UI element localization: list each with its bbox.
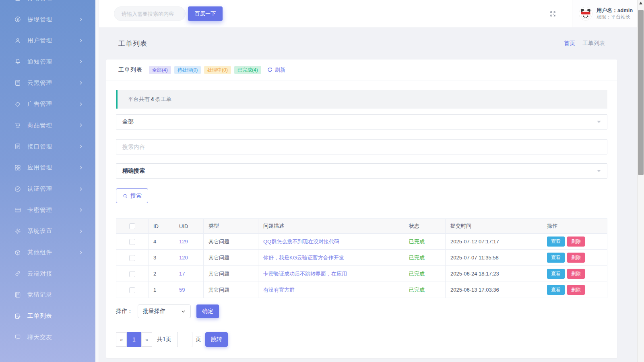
pagination-prev[interactable]: « xyxy=(116,332,127,347)
filter-tab-3[interactable]: 已完成(4) xyxy=(234,66,261,74)
description-link[interactable]: QQ群怎么搜不到现在没对接代码 xyxy=(263,239,339,245)
row-checkbox[interactable] xyxy=(129,255,135,261)
sidebar-item-guess-records[interactable]: 竞猜记录 xyxy=(0,284,95,306)
chevron-right-icon xyxy=(78,102,83,107)
role-label: 权限： xyxy=(597,14,611,20)
sidebar-item-goods[interactable]: 商品管理 xyxy=(0,115,95,136)
sidebar-item-settings[interactable]: 系统设置 xyxy=(0,221,95,242)
chevron-right-icon xyxy=(78,229,83,234)
alert-count: 4 xyxy=(151,96,154,102)
sidebar-item-ads[interactable]: 广告管理 xyxy=(0,93,95,115)
role-value: 平台站长 xyxy=(611,14,630,20)
sidebar-item-cert[interactable]: 认证管理 xyxy=(0,178,95,200)
filter-tab-1[interactable]: 待处理(0) xyxy=(174,66,201,74)
sidebar-item-label: 聊天交友 xyxy=(27,333,95,341)
apps-grid-icon xyxy=(14,164,21,171)
row-checkbox[interactable] xyxy=(129,287,135,293)
description-link[interactable]: 你好，我是KG云验证官方合作开发 xyxy=(263,255,344,261)
uid-link[interactable]: 120 xyxy=(179,255,188,261)
batch-actions: 操作： 批量操作 确定 xyxy=(116,304,607,318)
cell-time: 2025-06-24 18:17:23 xyxy=(446,266,542,282)
scrollbar-thumb[interactable] xyxy=(638,10,644,175)
delete-button[interactable]: 删除 xyxy=(567,237,585,247)
cell-type: 其它问题 xyxy=(204,250,258,266)
chevron-right-icon xyxy=(78,0,83,0)
fullscreen-icon[interactable] xyxy=(549,10,557,18)
cell-time: 2025-06-13 17:03:36 xyxy=(446,282,542,298)
sidebar-scrollbar[interactable] xyxy=(95,0,99,362)
yen-circle-icon xyxy=(14,16,21,23)
uid-link[interactable]: 59 xyxy=(179,287,185,293)
sidebar-item-apps[interactable]: 应用管理 xyxy=(0,157,95,179)
sidebar-item-substation[interactable]: 分站管理 xyxy=(0,0,95,9)
username-label: 用户名： xyxy=(597,7,617,13)
sidebar-item-cardkey[interactable]: 卡密管理 xyxy=(0,200,95,221)
table-row: 217其它问题卡密验证成功后不跳转界面，在应用已完成2025-06-24 18:… xyxy=(116,266,607,282)
caret-down-icon xyxy=(597,170,601,172)
search-button[interactable]: 搜索 xyxy=(116,188,148,203)
description-link[interactable]: 有没有官方群 xyxy=(263,287,295,293)
topbar-search-input[interactable] xyxy=(114,6,186,21)
page-scrollbar[interactable] xyxy=(637,0,644,362)
uid-link[interactable]: 17 xyxy=(179,271,185,277)
sidebar-item-chat[interactable]: 聊天交友 xyxy=(0,327,95,348)
delete-button[interactable]: 删除 xyxy=(567,285,585,295)
page-jump-input[interactable] xyxy=(177,332,192,347)
sidebar-item-notices[interactable]: 通知管理 xyxy=(0,51,95,72)
column-header: 类型 xyxy=(204,219,258,234)
sidebar-item-label: 通知管理 xyxy=(27,58,78,66)
mode-select[interactable]: 精确搜索 xyxy=(116,163,607,179)
filter-tab-0[interactable]: 全部(4) xyxy=(149,66,171,74)
pagination-total: 共1页 xyxy=(157,336,171,343)
link-icon xyxy=(14,270,21,277)
delete-button[interactable]: 删除 xyxy=(567,269,585,279)
sidebar-item-blacklist[interactable]: 云黑管理 xyxy=(0,72,95,94)
sidebar-item-components[interactable]: 其他组件 xyxy=(0,242,95,263)
page-title: 工单列表 xyxy=(118,39,147,48)
total-alert: 平台共有4条工单 xyxy=(116,90,607,109)
work-order-table: IDUID类型问题描述状态提交时间操作4129其它问题QQ群怎么搜不到现在没对接… xyxy=(116,218,607,298)
column-header: 提交时间 xyxy=(446,219,542,234)
baidu-search-button[interactable]: 百度一下 xyxy=(188,6,223,21)
pagination-next[interactable]: » xyxy=(141,332,152,347)
chevron-right-icon xyxy=(78,123,83,128)
pagination-page-1[interactable]: 1 xyxy=(127,332,141,347)
batch-select[interactable]: 批量操作 xyxy=(138,304,191,318)
confirm-button[interactable]: 确定 xyxy=(196,304,219,318)
sidebar-item-tickets[interactable]: 工单列表 xyxy=(0,305,95,327)
sidebar-item-cloudlink[interactable]: 云端对接 xyxy=(0,263,95,284)
sidebar-item-api[interactable]: 接口管理 xyxy=(0,136,95,157)
description-link[interactable]: 卡密验证成功后不跳转界面，在应用 xyxy=(263,271,347,277)
view-button[interactable]: 查看 xyxy=(547,269,565,279)
select-all-checkbox[interactable] xyxy=(129,223,135,229)
sidebar-item-label: 其他组件 xyxy=(27,249,78,256)
sidebar-item-users[interactable]: 用户管理 xyxy=(0,30,95,51)
view-button[interactable]: 查看 xyxy=(547,237,565,247)
sidebar-item-label: 工单列表 xyxy=(27,312,95,320)
delete-button[interactable]: 删除 xyxy=(567,253,585,263)
breadcrumb-home-link[interactable]: 首页 xyxy=(564,40,575,46)
sidebar-item-withdraw[interactable]: 提现管理 xyxy=(0,9,95,30)
type-select[interactable]: 全部 xyxy=(116,114,607,130)
row-checkbox[interactable] xyxy=(129,271,135,277)
sidebar-item-label: 卡密管理 xyxy=(27,206,78,214)
uid-link[interactable]: 129 xyxy=(179,239,188,245)
jump-button[interactable]: 跳转 xyxy=(205,332,228,347)
sidebar-item-label: 系统设置 xyxy=(27,227,78,235)
username-value: admin xyxy=(617,7,633,13)
row-checkbox[interactable] xyxy=(129,239,135,245)
filter-tab-2[interactable]: 处理中(0) xyxy=(204,66,231,74)
keyword-input[interactable] xyxy=(116,139,607,154)
cell-id: 2 xyxy=(149,266,174,282)
cell-type: 其它问题 xyxy=(204,234,258,250)
scrollbar-up-arrow[interactable] xyxy=(639,2,642,4)
sidebar-item-label: 分站管理 xyxy=(27,0,78,2)
status-badge: 已完成 xyxy=(409,271,425,277)
column-header: UID xyxy=(174,219,204,234)
view-button[interactable]: 查看 xyxy=(547,253,565,263)
refresh-button[interactable]: 刷新 xyxy=(267,66,285,74)
user-panel[interactable]: 用户名：admin 权限：平台站长 xyxy=(572,0,637,27)
gear-icon xyxy=(14,228,21,235)
view-button[interactable]: 查看 xyxy=(547,285,565,295)
cell-type: 其它问题 xyxy=(204,266,258,282)
